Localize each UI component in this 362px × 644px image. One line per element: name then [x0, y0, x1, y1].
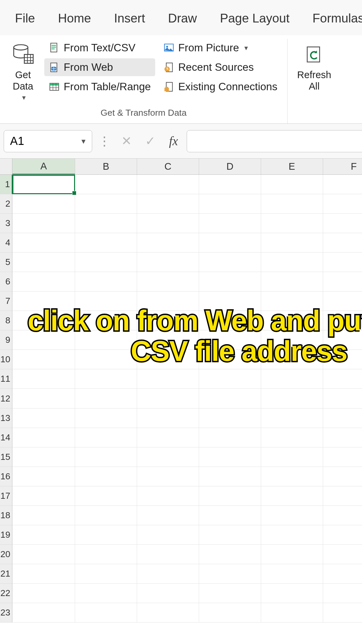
tab-insert[interactable]: Insert — [103, 6, 157, 31]
cell[interactable] — [323, 233, 362, 253]
cell[interactable] — [323, 603, 362, 623]
cell[interactable] — [75, 603, 137, 623]
cell[interactable] — [12, 447, 75, 467]
existing-connections-button[interactable]: Existing Connections — [159, 78, 282, 96]
cell[interactable] — [12, 369, 75, 389]
cell[interactable] — [323, 330, 362, 350]
row-header[interactable]: 9 — [0, 330, 12, 350]
cell[interactable] — [12, 584, 75, 603]
cell[interactable] — [12, 603, 75, 623]
cell[interactable] — [199, 389, 261, 408]
cell[interactable] — [12, 330, 75, 350]
column-header-B[interactable]: B — [75, 159, 137, 174]
row-header[interactable]: 17 — [0, 486, 12, 506]
insert-function-button[interactable]: fx — [165, 134, 182, 148]
cell[interactable] — [75, 545, 137, 564]
cell[interactable] — [12, 272, 75, 291]
cell[interactable] — [261, 291, 323, 311]
cell[interactable] — [75, 525, 137, 545]
cell[interactable] — [137, 409, 199, 428]
cell[interactable] — [12, 214, 75, 233]
cell[interactable] — [323, 409, 362, 428]
cell[interactable] — [323, 175, 362, 194]
cell[interactable] — [199, 428, 261, 447]
cell[interactable] — [261, 369, 323, 389]
row-header[interactable]: 18 — [0, 506, 12, 525]
cell[interactable] — [137, 447, 199, 467]
cell[interactable] — [199, 330, 261, 350]
cell[interactable] — [199, 253, 261, 272]
cell[interactable] — [199, 545, 261, 564]
row-header[interactable]: 7 — [0, 291, 12, 311]
cell[interactable] — [261, 447, 323, 467]
row-header[interactable]: 3 — [0, 214, 12, 233]
cell[interactable] — [323, 506, 362, 525]
column-header-E[interactable]: E — [261, 159, 323, 174]
cell[interactable] — [199, 525, 261, 545]
grid-body[interactable]: 1 2 3 4 5 6 7 8 9 10 11 12 13 14 15 16 1… — [0, 175, 362, 644]
column-header-D[interactable]: D — [199, 159, 261, 174]
cell[interactable] — [261, 584, 323, 603]
cell[interactable] — [12, 389, 75, 408]
cell[interactable] — [137, 467, 199, 486]
cell[interactable] — [137, 584, 199, 603]
cell[interactable] — [75, 467, 137, 486]
cell[interactable] — [199, 603, 261, 623]
cell[interactable] — [137, 214, 199, 233]
cell[interactable] — [261, 506, 323, 525]
cell[interactable] — [137, 253, 199, 272]
cell[interactable] — [137, 564, 199, 584]
cell[interactable] — [199, 447, 261, 467]
cell[interactable] — [12, 291, 75, 311]
cell[interactable] — [261, 330, 323, 350]
row-header[interactable]: 8 — [0, 311, 12, 330]
cell[interactable] — [323, 428, 362, 447]
row-header[interactable]: 16 — [0, 467, 12, 486]
cell[interactable] — [75, 330, 137, 350]
recent-sources-button[interactable]: Recent Sources — [159, 58, 282, 76]
cell[interactable] — [199, 214, 261, 233]
cell[interactable] — [199, 233, 261, 253]
cell[interactable] — [261, 253, 323, 272]
cell[interactable] — [323, 253, 362, 272]
cell[interactable] — [199, 194, 261, 214]
cell[interactable] — [75, 584, 137, 603]
cell[interactable] — [75, 311, 137, 330]
cell[interactable] — [12, 428, 75, 447]
cell[interactable] — [261, 311, 323, 330]
cell[interactable] — [137, 369, 199, 389]
cell[interactable] — [323, 525, 362, 545]
cell[interactable] — [261, 428, 323, 447]
cell[interactable] — [137, 291, 199, 311]
cell[interactable] — [261, 564, 323, 584]
tab-home[interactable]: Home — [47, 6, 103, 31]
cell[interactable] — [12, 350, 75, 369]
cell[interactable] — [261, 350, 323, 369]
cell[interactable] — [137, 428, 199, 447]
cell[interactable] — [12, 175, 75, 194]
cell[interactable] — [12, 311, 75, 330]
cell[interactable] — [137, 330, 199, 350]
cell[interactable] — [199, 564, 261, 584]
row-header[interactable]: 23 — [0, 603, 12, 623]
cell[interactable] — [12, 506, 75, 525]
from-picture-button[interactable]: From Picture ▾ — [159, 39, 282, 57]
cell[interactable] — [261, 409, 323, 428]
cell[interactable] — [323, 194, 362, 214]
row-header[interactable]: 22 — [0, 584, 12, 603]
cell[interactable] — [75, 272, 137, 291]
cell[interactable] — [12, 253, 75, 272]
row-header[interactable]: 15 — [0, 447, 12, 467]
cell[interactable] — [75, 486, 137, 506]
tab-draw[interactable]: Draw — [157, 6, 208, 31]
cell[interactable] — [75, 389, 137, 408]
cell[interactable] — [323, 447, 362, 467]
cell[interactable] — [199, 175, 261, 194]
row-header[interactable]: 4 — [0, 233, 12, 253]
cell[interactable] — [75, 447, 137, 467]
refresh-all-button[interactable]: Refresh All — [293, 39, 336, 95]
tab-file[interactable]: File — [4, 6, 47, 31]
cell[interactable] — [199, 467, 261, 486]
cell[interactable] — [12, 233, 75, 253]
cell[interactable] — [261, 389, 323, 408]
